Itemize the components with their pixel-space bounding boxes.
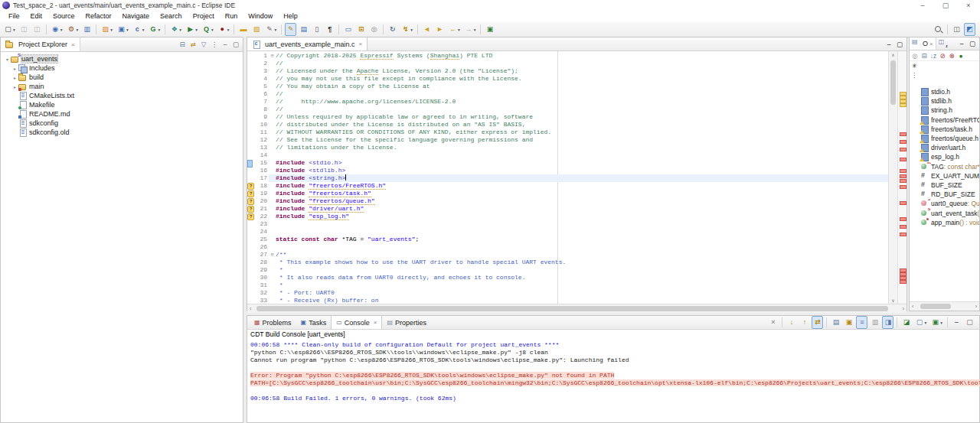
editor-horizontal-scrollbar[interactable]: ‹ ›: [247, 304, 906, 313]
new-wizard-button[interactable]: ▢▾: [2, 23, 17, 36]
custom-filters-button[interactable]: ✳: [910, 61, 919, 70]
code-line-1[interactable]: 1⊖// Copyright 2018-2025 Espressif Syste…: [247, 52, 888, 60]
open-console-button[interactable]: ▣▾: [929, 316, 944, 329]
error-marker[interactable]: [900, 174, 906, 178]
profile-button[interactable]: Q▾: [201, 23, 215, 36]
error-marker[interactable]: [900, 132, 906, 136]
code-lines[interactable]: 1⊖// Copyright 2018-2025 Espressif Syste…: [247, 52, 888, 304]
scroll-left-icon[interactable]: ‹: [912, 302, 913, 311]
menu-refactor[interactable]: Refactor: [80, 11, 117, 22]
previous-edit-button[interactable]: ◄: [421, 23, 433, 36]
launch-mode-button[interactable]: ◉▾: [50, 23, 64, 36]
scroll-right-icon[interactable]: ›: [903, 304, 904, 313]
search-edit-button[interactable]: ✎▾: [263, 23, 278, 36]
minimize-view-button[interactable]: –: [951, 316, 962, 329]
scroll-right-icon[interactable]: ›: [975, 302, 977, 311]
terminate-button[interactable]: ×: [767, 316, 779, 329]
code-line-24[interactable]: 24: [247, 228, 888, 236]
minimize-view-button[interactable]: –: [220, 39, 230, 50]
build-all-button[interactable]: ⚙▾: [66, 23, 80, 36]
hide-fields-button[interactable]: ⊘: [938, 50, 947, 61]
code-line-11[interactable]: 11// WITHOUT WARRANTIES OR CONDITIONS OF…: [247, 129, 888, 136]
code-line-10[interactable]: 10// distributed under the License is di…: [247, 121, 888, 129]
code-line-6[interactable]: 6//: [247, 90, 888, 98]
explorer-item-sdkconfig[interactable]: sdkconfig: [1, 119, 243, 128]
collapsed-arrow-icon[interactable]: ▸: [11, 66, 18, 71]
back-button[interactable]: ←▾: [447, 23, 462, 36]
hide-static-members-button[interactable]: ⊗: [947, 50, 956, 61]
error-marker[interactable]: [900, 201, 906, 205]
pin-console-button[interactable]: ◪: [900, 316, 912, 329]
maximize-view-button[interactable]: ▢: [231, 39, 240, 50]
outline-horizontal-scrollbar[interactable]: ‹ ›: [910, 301, 979, 311]
error-marker[interactable]: [900, 169, 906, 173]
debug-button[interactable]: ❖▾: [168, 23, 183, 36]
run-button[interactable]: ▶▾: [185, 23, 199, 36]
menu-file[interactable]: File: [3, 11, 25, 22]
error-marker[interactable]: [900, 225, 906, 229]
outline-item-freertos-queue-h[interactable]: freertos/queue.h: [910, 134, 979, 143]
menu-search[interactable]: Search: [155, 11, 188, 22]
tab-problems[interactable]: ▦Problems: [250, 316, 296, 329]
fold-icon[interactable]: ⊖: [269, 52, 276, 60]
view-menu-button[interactable]: ⋮: [910, 70, 919, 80]
menu-source[interactable]: Source: [47, 11, 80, 22]
tab-project-explorer[interactable]: Project Explorer ×: [1, 37, 80, 51]
error-marker[interactable]: [900, 158, 906, 161]
show-whitespace-button[interactable]: ¶: [324, 23, 335, 36]
code-line-26[interactable]: 26: [247, 243, 888, 251]
outline-item-string-h[interactable]: string.h: [910, 106, 979, 115]
warning-marker[interactable]: [900, 103, 906, 107]
profile-bars-button[interactable]: ▥: [81, 23, 93, 36]
new-c-file-button[interactable]: c▾: [132, 23, 146, 36]
tab-properties[interactable]: ▤Properties: [382, 316, 431, 329]
open-console-view-button[interactable]: ▭: [342, 23, 354, 36]
code-line-9[interactable]: 9// Unless required by applicable law or…: [247, 113, 888, 121]
collapsed-arrow-icon[interactable]: ▸: [11, 84, 18, 89]
code-line-8[interactable]: 8//: [247, 106, 888, 113]
cpp-perspective-button[interactable]: ◩: [964, 23, 975, 36]
code-line-29[interactable]: 29 *: [247, 266, 888, 274]
outline-item-uart0-queue[interactable]: uart0_queue : QueueHandle_t: [910, 199, 979, 208]
tab-console[interactable]: ▭Console×: [331, 316, 382, 329]
scroll-down-icon[interactable]: ∨: [889, 298, 897, 303]
error-marker[interactable]: [900, 179, 906, 183]
show-stdout-button[interactable]: ▥: [869, 316, 880, 329]
explorer-item-makefile[interactable]: Makefile: [1, 100, 243, 109]
menu-project[interactable]: Project: [188, 11, 220, 22]
code-line-13[interactable]: 13// limitations under the License.: [247, 144, 888, 151]
outline-item-uart-event-task[interactable]: uart_event_task(void*) : void: [910, 208, 979, 217]
close-icon[interactable]: ×: [71, 41, 75, 48]
code-area[interactable]: 1⊖// Copyright 2018-2025 Espressif Syste…: [247, 51, 906, 304]
code-line-12[interactable]: 12// See the License for the specific la…: [247, 136, 888, 144]
build-targets-button[interactable]: ⊞: [355, 23, 367, 36]
menu-run[interactable]: Run: [220, 11, 243, 22]
question-marker-icon[interactable]: [247, 190, 253, 197]
close-icon[interactable]: ×: [929, 41, 933, 47]
collapse-all-button[interactable]: ⊟: [178, 39, 187, 50]
code-line-18[interactable]: 18#include "freertos/FreeRTOS.h": [247, 182, 888, 190]
error-marker[interactable]: [900, 140, 906, 144]
view-menu-button[interactable]: ⋮: [210, 39, 219, 50]
menu-help[interactable]: Help: [278, 11, 303, 22]
clear-console-button[interactable]: ▤: [830, 316, 841, 329]
code-line-31[interactable]: 31 *: [247, 281, 888, 289]
error-marker[interactable]: [900, 148, 906, 151]
menu-navigate[interactable]: Navigate: [117, 11, 155, 22]
scroll-left-icon[interactable]: ‹: [250, 304, 251, 313]
code-line-21[interactable]: 21#include "driver/uart.h": [247, 205, 888, 213]
code-line-32[interactable]: 32 * - Port: UART0: [247, 289, 888, 297]
forward-button[interactable]: →▾: [463, 23, 478, 36]
fold-icon[interactable]: ⊖: [269, 251, 276, 259]
previous-annotation-button[interactable]: ↑: [799, 316, 810, 329]
focus-button[interactable]: ◎: [910, 50, 920, 61]
close-icon[interactable]: ×: [374, 319, 377, 326]
code-line-4[interactable]: 4// you may not use this file except in …: [247, 75, 888, 83]
outline-item-ex-uart-num[interactable]: EX_UART_NUM: [910, 171, 979, 181]
next-edit-button[interactable]: ►: [434, 23, 446, 36]
display-selected-console-button[interactable]: ▢▾: [913, 316, 928, 329]
open-resource-button[interactable]: ▧: [250, 23, 262, 36]
outline-item-freertos-task-h[interactable]: freertos/task.h: [910, 125, 979, 134]
code-line-33[interactable]: 33 * - Receive (Rx) buffer: on: [247, 297, 888, 304]
explorer-item-sdkconfig-old[interactable]: sdkconfig.old: [1, 128, 243, 137]
